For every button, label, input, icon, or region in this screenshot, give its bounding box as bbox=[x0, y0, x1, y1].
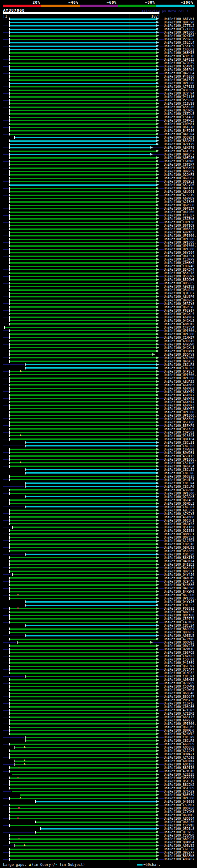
alignment-bar[interactable] bbox=[10, 777, 156, 779]
alignment-bar[interactable] bbox=[10, 310, 156, 311]
alignment-bar[interactable] bbox=[10, 689, 156, 691]
alignment-bar[interactable] bbox=[10, 218, 156, 220]
hit-label[interactable]: UniRef100_A4RVW0 bbox=[164, 343, 194, 346]
alignment-row[interactable]: UniRef100_UPI000.. bbox=[0, 373, 197, 377]
alignment-bar[interactable] bbox=[10, 811, 156, 813]
hit-label[interactable]: UniRef100_Q4GXL1 bbox=[164, 346, 194, 349]
alignment-bar[interactable] bbox=[10, 503, 156, 504]
alignment-bar[interactable] bbox=[10, 673, 156, 674]
alignment-bar[interactable] bbox=[10, 415, 156, 416]
alignment-bar[interactable] bbox=[10, 235, 156, 237]
alignment-bar[interactable] bbox=[10, 151, 156, 152]
alignment-bar[interactable] bbox=[10, 710, 156, 711]
hit-label[interactable]: UniRef100_Q4GXL2 bbox=[164, 360, 194, 363]
alignment-bar[interactable] bbox=[10, 723, 156, 724]
alignment-bar[interactable] bbox=[10, 570, 156, 572]
alignment-row[interactable]: UniRef100_Q5R7Y8 bbox=[0, 302, 197, 305]
alignment-bar[interactable] bbox=[26, 605, 156, 606]
alignment-bar[interactable] bbox=[10, 110, 156, 111]
alignment-bar[interactable] bbox=[10, 161, 156, 162]
alignment-row[interactable]: UniRef100_Q90YW1 bbox=[0, 349, 197, 353]
alignment-bar[interactable] bbox=[10, 757, 156, 758]
alignment-bar[interactable] bbox=[10, 513, 156, 514]
alignment-bar[interactable] bbox=[10, 90, 156, 91]
alignment-bar[interactable] bbox=[10, 100, 156, 101]
alignment-row[interactable]: UniRef100_Q4GXL3 bbox=[0, 319, 197, 322]
alignment-bar[interactable] bbox=[15, 761, 156, 762]
alignment-bar[interactable] bbox=[10, 462, 156, 463]
alignment-bar[interactable] bbox=[36, 822, 156, 823]
alignment-row[interactable]: UniRef100_Q4GXL1 bbox=[0, 346, 197, 349]
alignment-bar[interactable] bbox=[10, 838, 156, 840]
alignment-bar[interactable] bbox=[10, 249, 156, 250]
alignment-bar[interactable] bbox=[10, 537, 156, 538]
alignment-bar[interactable] bbox=[10, 428, 156, 430]
hit-label[interactable]: UniRef100_A9Z0M6 bbox=[164, 356, 194, 360]
alignment-bar[interactable] bbox=[10, 181, 156, 182]
alignment-bar[interactable] bbox=[10, 595, 156, 596]
alignment-bar[interactable] bbox=[26, 506, 156, 507]
alignment-bar[interactable] bbox=[10, 384, 156, 385]
alignment-bar[interactable] bbox=[10, 340, 156, 341]
alignment-bar[interactable] bbox=[10, 35, 156, 37]
hit-label[interactable]: UniRef100_P62917 bbox=[164, 309, 194, 312]
alignment-row[interactable]: UniRef100_C1MXE7 bbox=[0, 336, 197, 339]
alignment-row[interactable]: UniRef100_B5DFV9 bbox=[0, 353, 197, 356]
alignment-bar[interactable] bbox=[10, 63, 156, 64]
alignment-bar[interactable] bbox=[10, 608, 156, 609]
alignment-bar[interactable] bbox=[10, 808, 156, 809]
alignment-bar[interactable] bbox=[10, 659, 156, 660]
alignment-bar[interactable] bbox=[10, 242, 156, 243]
alignment-bar[interactable] bbox=[18, 642, 150, 643]
hit-label[interactable]: UniRef100_Q5R7Y8 bbox=[164, 302, 194, 305]
alignment-bar[interactable] bbox=[10, 499, 156, 501]
alignment-row[interactable]: UniRef100_A6YM77 bbox=[0, 394, 197, 397]
hit-label[interactable]: UniRef100_A6YM87 bbox=[164, 316, 194, 319]
alignment-bar[interactable] bbox=[10, 489, 156, 491]
alignment-bar[interactable] bbox=[10, 212, 156, 213]
alignment-bar[interactable] bbox=[10, 787, 156, 789]
hit-label[interactable]: UniRef100_C4YCU4 bbox=[164, 326, 194, 329]
alignment-bar[interactable] bbox=[10, 771, 156, 772]
alignment-bar[interactable] bbox=[10, 401, 156, 402]
hit-label[interactable]: UniRef100_A8BY07 bbox=[164, 858, 194, 861]
alignment-bar[interactable] bbox=[10, 700, 156, 701]
alignment-bar[interactable] bbox=[15, 747, 156, 748]
alignment-bar[interactable] bbox=[10, 391, 156, 392]
hit-label[interactable]: UniRef100_Q4GXL3 bbox=[164, 319, 194, 322]
alignment-bar[interactable] bbox=[10, 683, 156, 684]
alignment-bar[interactable] bbox=[26, 601, 156, 602]
alignment-bar[interactable] bbox=[10, 411, 156, 412]
alignment-bar[interactable] bbox=[10, 456, 156, 457]
alignment-bar[interactable] bbox=[10, 350, 156, 352]
hit-label[interactable]: UniRef100_A6YM82 bbox=[164, 387, 194, 390]
alignment-bar[interactable] bbox=[10, 727, 156, 728]
alignment-bar[interactable] bbox=[10, 273, 156, 274]
alignment-bar[interactable] bbox=[10, 337, 156, 338]
hit-label[interactable]: UniRef100_A6YM79 bbox=[164, 390, 194, 394]
alignment-row[interactable]: UniRef100_C8CLR8 bbox=[0, 363, 197, 366]
alignment-bar[interactable] bbox=[10, 662, 156, 663]
alignment-bar[interactable] bbox=[10, 330, 156, 331]
hit-label[interactable]: UniRef100_Q4PSL7 bbox=[164, 370, 194, 373]
alignment-bar[interactable] bbox=[10, 25, 156, 27]
alignment-bar[interactable] bbox=[10, 666, 156, 667]
hit-label[interactable]: UniRef100_UPI000.. bbox=[164, 377, 197, 380]
alignment-bar[interactable] bbox=[10, 713, 156, 714]
alignment-bar[interactable] bbox=[10, 371, 156, 372]
hit-label[interactable]: UniRef100_Q4GXL5 bbox=[164, 312, 194, 316]
alignment-bar[interactable] bbox=[10, 577, 156, 579]
alignment-bar[interactable] bbox=[5, 327, 156, 328]
alignment-bar[interactable] bbox=[10, 842, 156, 843]
alignment-bar[interactable] bbox=[10, 103, 156, 104]
alignment-row[interactable]: UniRef100_A4RVW0 bbox=[0, 343, 197, 346]
alignment-bar[interactable] bbox=[10, 66, 156, 67]
alignment-bar[interactable] bbox=[10, 127, 156, 128]
hit-label[interactable]: UniRef100_A8NSW2 bbox=[164, 322, 194, 326]
alignment-bar[interactable] bbox=[10, 598, 156, 599]
hit-label[interactable]: UniRef100_UPI000.. bbox=[164, 333, 197, 336]
alignment-bar[interactable] bbox=[10, 228, 156, 230]
alignment-bar[interactable] bbox=[10, 347, 156, 348]
alignment-bar[interactable] bbox=[10, 588, 156, 589]
alignment-bar[interactable] bbox=[12, 791, 156, 792]
